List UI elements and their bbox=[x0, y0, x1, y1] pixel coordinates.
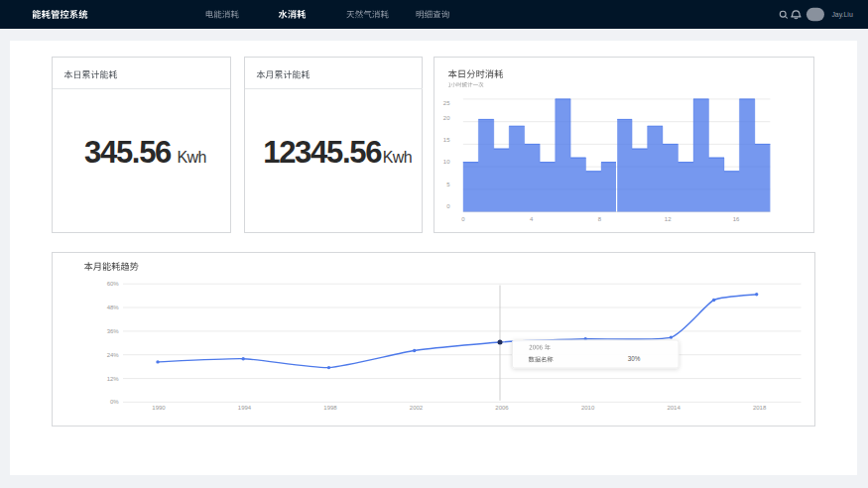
svg-text:2010: 2010 bbox=[581, 405, 595, 411]
svg-text:5: 5 bbox=[446, 182, 450, 187]
svg-text:2018: 2018 bbox=[753, 405, 767, 411]
svg-text:15: 15 bbox=[443, 137, 450, 143]
svg-text:1990: 1990 bbox=[152, 405, 166, 411]
svg-text:0: 0 bbox=[446, 203, 450, 209]
svg-text:20: 20 bbox=[443, 115, 450, 121]
svg-text:4: 4 bbox=[530, 216, 534, 222]
svg-text:60%: 60% bbox=[107, 281, 120, 287]
svg-text:12345.56: 12345.56 bbox=[263, 135, 382, 170]
svg-text:25: 25 bbox=[443, 100, 450, 106]
svg-text:16: 16 bbox=[733, 216, 740, 222]
svg-text:Jay.Liu: Jay.Liu bbox=[831, 11, 852, 19]
svg-text:2006: 2006 bbox=[495, 405, 509, 411]
svg-text:48%: 48% bbox=[107, 305, 120, 310]
svg-text:24%: 24% bbox=[107, 352, 120, 358]
svg-text:36%: 36% bbox=[107, 328, 120, 334]
svg-text:1998: 1998 bbox=[323, 405, 337, 411]
svg-text:0: 0 bbox=[461, 216, 465, 222]
svg-text:Kwh: Kwh bbox=[177, 149, 205, 166]
svg-text:10: 10 bbox=[443, 159, 450, 165]
svg-text:Kwh: Kwh bbox=[383, 149, 412, 166]
svg-text:1994: 1994 bbox=[238, 405, 252, 411]
svg-text:12%: 12% bbox=[107, 376, 120, 382]
svg-text:2002: 2002 bbox=[410, 405, 424, 411]
svg-text:0%: 0% bbox=[110, 399, 119, 405]
svg-text:12: 12 bbox=[665, 216, 672, 222]
svg-text:8: 8 bbox=[598, 216, 602, 222]
svg-text:30%: 30% bbox=[628, 355, 641, 362]
svg-text:2014: 2014 bbox=[667, 405, 681, 411]
svg-text:345.56: 345.56 bbox=[84, 135, 172, 170]
